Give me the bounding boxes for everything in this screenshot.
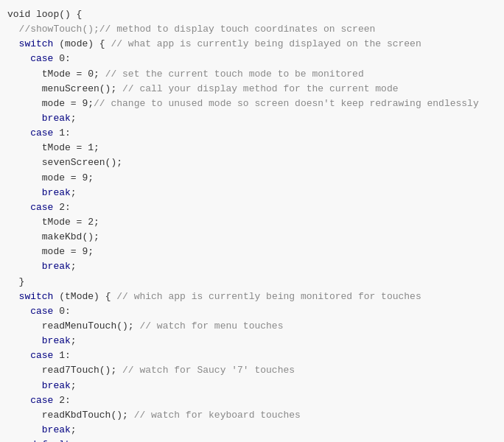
code-line: read7Touch(); // watch for Saucy '7' tou… xyxy=(0,363,504,378)
code-line: mode = 9; xyxy=(0,245,504,259)
code-line: //showTouch();// method to display touch… xyxy=(0,22,504,37)
code-line: case 0: xyxy=(0,52,504,66)
code-line: break; xyxy=(0,186,504,200)
code-line: mode = 9;// change to unused mode so scr… xyxy=(0,97,504,111)
code-line: break; xyxy=(0,379,504,393)
code-line: makeKbd(); xyxy=(0,230,504,245)
code-line: sevenScreen(); xyxy=(0,155,504,170)
code-line: tMode = 1; xyxy=(0,141,504,155)
code-line: default: xyxy=(0,438,504,442)
code-line: case 1: xyxy=(0,126,504,141)
code-line: readMenuTouch(); // watch for menu touch… xyxy=(0,319,504,334)
code-line: switch (mode) { // what app is currently… xyxy=(0,37,504,52)
code-line: case 1: xyxy=(0,348,504,363)
code-line: break; xyxy=(0,111,504,126)
code-line: tMode = 0; // set the current touch mode… xyxy=(0,67,504,82)
code-line: tMode = 2; xyxy=(0,215,504,230)
code-line: switch (tMode) { // which app is current… xyxy=(0,290,504,304)
code-line: case 2: xyxy=(0,393,504,408)
code-line: readKbdTouch(); // watch for keyboard to… xyxy=(0,408,504,423)
code-line: case 2: xyxy=(0,200,504,215)
code-line: mode = 9; xyxy=(0,171,504,186)
code-line: break; xyxy=(0,423,504,438)
code-line: case 0: xyxy=(0,304,504,319)
code-line: void loop() { xyxy=(0,7,504,22)
code-editor: void loop() { //showTouch();// method to… xyxy=(0,0,504,442)
code-line: break; xyxy=(0,259,504,274)
code-line: } xyxy=(0,275,504,290)
code-line: menuScreen(); // call your display metho… xyxy=(0,82,504,97)
code-line: break; xyxy=(0,334,504,348)
